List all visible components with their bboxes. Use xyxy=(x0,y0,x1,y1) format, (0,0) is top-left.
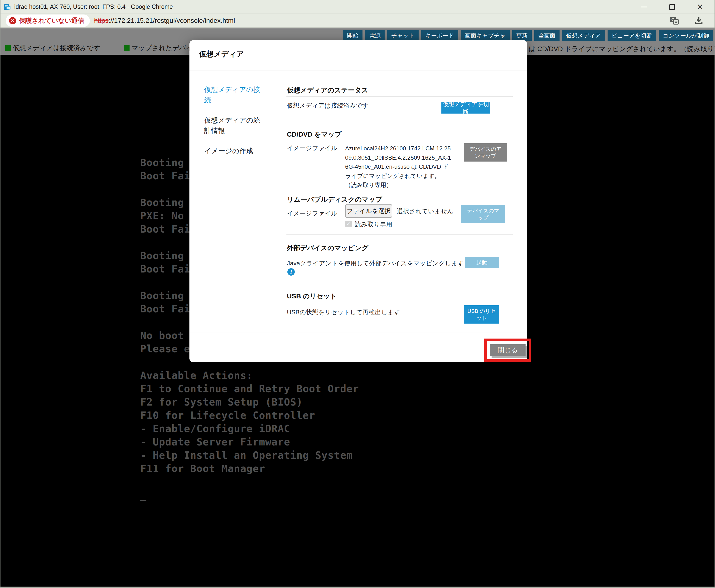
usb-reset-text: USBの状態をリセットして再検出します xyxy=(287,308,400,316)
toolbar-button-disconnect-viewer[interactable]: ビューアを切断 xyxy=(608,30,656,41)
url-text[interactable]: https://172.21.15.21/restgui/vconsole/in… xyxy=(94,17,235,24)
section-heading-external: 外部デバイスのマッピング xyxy=(287,244,368,253)
translate-icon[interactable]: G xyxy=(670,17,679,25)
toolbar-button-fullscreen[interactable]: 全画面 xyxy=(534,30,559,41)
toolbar-button-console-control[interactable]: コンソールが制御 xyxy=(659,30,713,41)
status-virtual-media-label: 仮想メディアは接続済みです xyxy=(13,43,100,52)
virtual-media-dialog: 仮想メディア 仮想メディアの接続仮想メディアの統計情報イメージの作成 仮想メディ… xyxy=(189,40,527,362)
green-status-icon xyxy=(5,45,11,51)
url-scheme: https xyxy=(94,17,109,24)
dialog-title: 仮想メディア xyxy=(199,49,244,59)
mapped-image-file-text: AzureLocal24H2.26100.1742.LCM.12.2509.0.… xyxy=(345,144,452,190)
dialog-header-divider xyxy=(189,70,527,71)
image-file-label-removable: イメージファイル xyxy=(287,209,337,217)
window-title: idrac-host01, AX-760, User: root, FPS: 0… xyxy=(14,3,173,10)
title-bar: idrac-host01, AX-760, User: root, FPS: 0… xyxy=(0,0,715,14)
section-divider xyxy=(286,281,513,281)
unmap-device-button[interactable]: デバイスのアンマップ xyxy=(464,143,507,162)
minimize-button[interactable] xyxy=(640,3,648,10)
close-dialog-button[interactable]: 閉じる xyxy=(490,344,526,356)
sidebar-item-virtual-media-connection[interactable]: 仮想メディアの接続 xyxy=(204,84,264,105)
choose-file-button[interactable]: ファイルを選択 xyxy=(345,204,392,218)
section-heading-cddvd: CD/DVD をマップ xyxy=(287,130,342,139)
section-divider xyxy=(286,234,513,235)
readonly-checkbox-label: 読み取り専用 xyxy=(355,220,392,229)
download-icon[interactable] xyxy=(695,16,703,25)
image-file-label-cddvd: イメージファイル xyxy=(287,144,337,152)
info-icon[interactable]: i xyxy=(287,268,295,276)
launch-java-button[interactable]: 起動 xyxy=(465,257,499,268)
browser-window: idrac-host01, AX-760, User: root, FPS: 0… xyxy=(0,0,715,588)
sidebar-item-virtual-media-statistics[interactable]: 仮想メディアの統計情報 xyxy=(204,115,264,136)
vconsole-viewport: 開始電源チャットキーボード画面キャプチャ更新全画面仮想メディアビューアを切断コン… xyxy=(0,28,715,587)
section-heading-removable: リムーバブルディスクのマップ xyxy=(287,195,382,204)
address-bar: × 保護されていない通信 https://172.21.15.21/restgu… xyxy=(0,14,715,28)
dialog-sidebar: 仮想メディアの接続仮想メディアの統計情報イメージの作成 xyxy=(204,84,264,166)
maximize-button[interactable] xyxy=(669,3,676,10)
usb-reset-button[interactable]: USB のリセット xyxy=(464,305,499,323)
toolbar-button-chat[interactable]: チャット xyxy=(387,30,418,41)
toolbar-button-virtual-media[interactable]: 仮想メディア xyxy=(562,30,605,41)
section-divider xyxy=(286,122,513,122)
highlight-annotation: 閉じる xyxy=(484,339,531,362)
toolbar-button-keyboard[interactable]: キーボード xyxy=(421,30,458,41)
disconnect-virtual-media-button[interactable]: 仮想メディアを切断 xyxy=(442,102,490,113)
section-heading-usb: USB のリセット xyxy=(287,292,337,301)
status-mapped-device: マップされたデバイス xyxy=(124,43,200,52)
virtual-media-status-text: 仮想メディアは接続済みです xyxy=(287,102,368,110)
green-status-icon xyxy=(124,45,129,51)
toolbar-button-start[interactable]: 開始 xyxy=(343,30,363,41)
url-rest: ://172.21.15.21/restgui/vconsole/index.h… xyxy=(109,17,235,24)
status-virtual-media: 仮想メディアは接続済みです xyxy=(5,43,100,52)
no-file-selected-text: 選択されていません xyxy=(397,207,453,215)
toolbar-button-screen-capture[interactable]: 画面キャプチャ xyxy=(461,30,510,41)
readonly-checkbox[interactable]: ✓ xyxy=(345,221,352,227)
security-label: 保護されていない通信 xyxy=(19,16,84,25)
sidebar-item-create-image[interactable]: イメージの作成 xyxy=(204,146,264,156)
java-client-text: Javaクライアントを使用して外部デバイスをマッピングします xyxy=(287,259,464,268)
status-mapped-device-tail: は CD/DVD ドライブにマッピングされています。（読み取り専用） xyxy=(529,44,715,54)
not-secure-icon: × xyxy=(9,17,16,24)
security-chip[interactable]: × 保護されていない通信 xyxy=(6,15,90,27)
close-window-button[interactable]: × xyxy=(696,3,703,10)
sidebar-divider xyxy=(271,79,271,333)
toolbar-button-power[interactable]: 電源 xyxy=(365,30,385,41)
toolbar: 開始電源チャットキーボード画面キャプチャ更新全画面仮想メディアビューアを切断コン… xyxy=(343,30,713,41)
footer-divider xyxy=(189,333,527,333)
vconsole-tab-icon xyxy=(4,3,11,10)
toolbar-button-refresh[interactable]: 更新 xyxy=(512,30,532,41)
section-heading-status: 仮想メディアのステータス xyxy=(287,86,368,95)
map-device-button[interactable]: デバイスのマップ xyxy=(461,205,505,223)
